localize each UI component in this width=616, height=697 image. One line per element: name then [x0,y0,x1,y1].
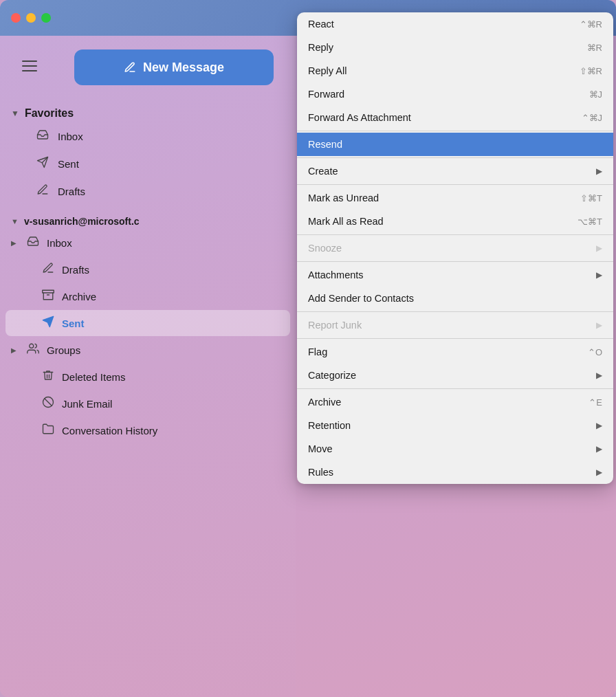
maximize-button[interactable] [41,13,51,23]
menu-item-forward[interactable]: Forward ⌘J [297,82,613,106]
favorites-label: Favorites [25,107,74,120]
separator-3 [297,184,613,185]
app-window: New Message ▼ Favorites Inbox [0,0,616,697]
close-button[interactable] [11,13,21,23]
menu-item-forward-as-attachment[interactable]: Forward As Attachment ⌃⌘J [297,106,613,129]
context-menu: React ⌃⌘R Reply ⌘R Reply All ⇧⌘R Forward… [297,36,613,484]
mark-unread-shortcut: ⇧⌘T [580,193,602,203]
mark-unread-label: Mark as Unread [308,192,379,203]
sidebar-item-inbox-favorites[interactable]: Inbox [6,123,290,149]
drafts-icon-account [41,262,55,277]
sidebar-item-archive-account[interactable]: Archive [6,283,290,309]
archive-account-label: Archive [62,291,96,302]
junk-icon-account [41,396,55,411]
menu-item-mark-unread[interactable]: Mark as Unread ⇧⌘T [297,186,613,210]
sidebar-item-drafts-account[interactable]: Drafts [6,256,290,283]
menu-item-snooze: Snooze ▶ [297,236,613,260]
forward-as-attachment-label: Forward As Attachment [308,112,411,123]
menu-item-reply[interactable]: Reply ⌘R [297,36,613,59]
inbox-label: Inbox [58,131,83,142]
nav-top: New Message [0,44,296,104]
menu-item-move[interactable]: Move ▶ [297,437,613,461]
minimize-button[interactable] [26,13,36,23]
separator-5 [297,261,613,262]
sidebar-item-sent-favorites[interactable]: Sent [6,151,290,177]
archive-label: Archive [308,397,341,408]
account-header[interactable]: ▼ v-susanrich@microsoft.c [0,213,296,230]
menu-item-add-sender[interactable]: Add Sender to Contacts [297,287,613,310]
menu-item-flag[interactable]: Flag ⌃O [297,340,613,364]
drafts-label: Drafts [58,186,85,197]
separator-8 [297,388,613,389]
account-label: v-susanrich@microsoft.c [24,216,140,227]
separator-6 [297,311,613,312]
forward-as-attachment-shortcut: ⌃⌘J [582,113,603,123]
deleted-account-label: Deleted Items [62,371,126,383]
rules-chevron: ▶ [596,467,602,477]
rules-label: Rules [308,467,333,478]
reply-all-shortcut: ⇧⌘R [580,66,602,76]
archive-shortcut: ⌃E [588,397,602,408]
sidebar-item-junk-account[interactable]: Junk Email [6,390,290,417]
menu-item-mark-all-read[interactable]: Mark All as Read ⌥⌘T [297,210,613,233]
categorize-chevron: ▶ [596,370,602,380]
report-junk-chevron: ▶ [596,320,602,330]
attachments-label: Attachments [308,269,364,280]
attachments-chevron: ▶ [596,270,602,280]
resend-label: Resend [308,139,342,150]
menu-item-create[interactable]: Create ▶ [297,159,613,183]
separator-4 [297,234,613,235]
move-chevron: ▶ [596,444,602,454]
mark-all-read-shortcut: ⌥⌘T [578,217,602,227]
junk-account-label: Junk Email [62,398,112,410]
sidebar-item-deleted-account[interactable]: Deleted Items [6,364,290,390]
drafts-account-label: Drafts [62,264,89,276]
inbox-icon-account [26,235,40,250]
menu-item-archive[interactable]: Archive ⌃E [297,390,613,414]
folder-icon-account [41,423,55,438]
sent-icon [36,156,50,171]
conversation-history-label: Conversation History [62,425,157,436]
account-chevron: ▼ [11,217,19,225]
sidebar-item-drafts-favorites[interactable]: Drafts [6,178,290,204]
menu-item-resend[interactable]: Resend [297,133,613,156]
menu-item-reply-all[interactable]: Reply All ⇧⌘R [297,59,613,82]
sidebar-item-groups-account[interactable]: Groups [21,340,290,360]
sent-icon-account [41,316,55,331]
flag-label: Flag [308,346,327,357]
menu-item-retention[interactable]: Retention ▶ [297,414,613,437]
sent-account-label: Sent [62,318,85,329]
reply-label: Reply [308,42,333,53]
move-label: Move [308,443,332,454]
account-groups-row[interactable]: ▶ Groups [0,337,296,363]
sidebar-item-conversation-history-account[interactable]: Conversation History [6,417,290,443]
snooze-chevron: ▶ [596,243,602,253]
account-inbox-row[interactable]: ▶ Inbox [0,230,296,256]
sent-label: Sent [58,158,79,170]
favorites-chevron: ▼ [11,109,19,118]
retention-chevron: ▶ [596,421,602,430]
hamburger-menu[interactable] [22,55,44,77]
separator-2 [297,157,613,158]
create-label: Create [308,166,338,177]
sidebar-item-inbox-account[interactable]: Inbox [21,232,290,253]
add-sender-label: Add Sender to Contacts [308,293,414,304]
reply-all-label: Reply All [308,65,346,76]
menu-item-rules[interactable]: Rules ▶ [297,461,613,484]
flag-shortcut: ⌃O [588,347,602,357]
sidebar-item-sent-account[interactable]: Sent [6,310,290,336]
account-section: ▼ v-susanrich@microsoft.c ▶ Inbox [0,213,296,444]
menu-item-report-junk: Report Junk ▶ [297,313,613,337]
favorites-section-header[interactable]: ▼ Favorites [0,104,296,122]
new-message-button[interactable]: New Message [74,49,274,85]
groups-expand-arrow: ▶ [11,346,16,354]
drafts-icon [36,184,50,199]
traffic-lights [11,13,51,23]
groups-icon-account [26,342,40,357]
forward-shortcut: ⌘J [589,89,603,100]
menu-item-attachments[interactable]: Attachments ▶ [297,263,613,287]
new-message-label: New Message [143,60,224,75]
menu-item-categorize[interactable]: Categorize ▶ [297,364,613,387]
svg-point-6 [30,344,34,348]
separator-7 [297,338,613,339]
